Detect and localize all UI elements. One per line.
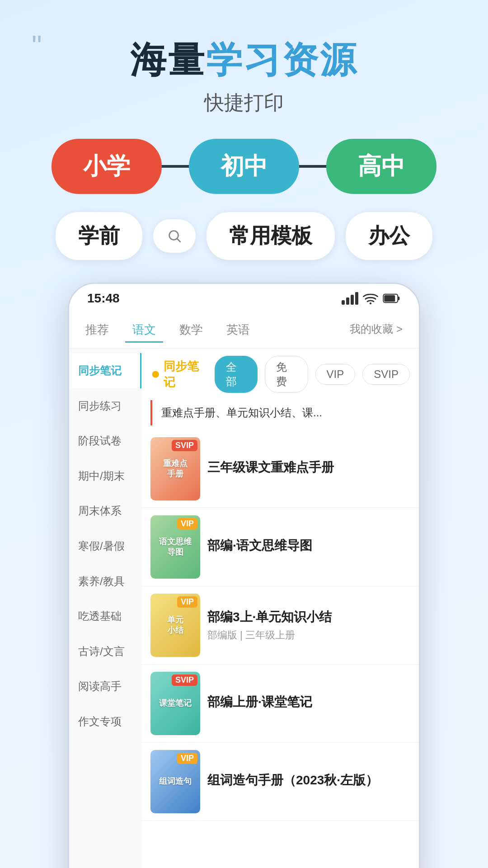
battery-icon <box>383 293 401 304</box>
resource-title-4: 部编上册·课堂笔记 <box>207 693 410 711</box>
resource-info-1: 三年级课文重难点手册 <box>207 459 410 479</box>
filter-pill-svip[interactable]: SVIP <box>362 364 410 385</box>
resource-title-3: 部编3上·单元知识小结 <box>207 609 410 626</box>
sidebar-item-poetry[interactable]: 古诗/文言 <box>69 634 141 669</box>
wifi-icon <box>363 292 378 305</box>
main-content-area: 同步笔记 全部 免费 VIP SVIP 重难点手册、单元知识小结、课... SV… <box>141 349 419 868</box>
status-icons <box>342 292 401 305</box>
resource-thumb-4: SVIP 课堂笔记 <box>150 672 200 735</box>
badge-svip-4: SVIP <box>172 675 197 686</box>
badge-vip-2: VIP <box>177 518 197 529</box>
resource-card-3[interactable]: VIP 单元小结 部编3上·单元知识小结 部编版 | 三年级上册 <box>141 586 419 665</box>
sidebar-item-stage-exam[interactable]: 阶段试卷 <box>69 423 141 458</box>
cat-search[interactable] <box>153 219 196 253</box>
resource-info-4: 部编上册·课堂笔记 <box>207 693 410 713</box>
resource-sub-3: 部编版 | 三年级上册 <box>207 628 410 642</box>
sidebar-item-holiday[interactable]: 寒假/暑假 <box>69 528 141 564</box>
resource-card-5[interactable]: VIP 组词造句 组词造句手册（2023秋·左版） <box>141 743 419 821</box>
filter-pill-all[interactable]: 全部 <box>215 356 258 393</box>
left-sidebar: 同步笔记 同步练习 阶段试卷 期中/期末 周末体系 寒假/暑假 素养/教具 吃透… <box>69 349 141 868</box>
filter-pill-vip[interactable]: VIP <box>315 364 356 385</box>
svg-line-1 <box>177 239 180 241</box>
tab-collect[interactable]: 我的收藏 > <box>343 318 410 343</box>
level-buttons: 小学 初中 高中 <box>27 139 461 194</box>
signal-icon <box>342 292 358 305</box>
level-btn-middle[interactable]: 初中 <box>189 139 299 194</box>
sidebar-item-weekend[interactable]: 周末体系 <box>69 493 141 528</box>
quote-icon: " <box>32 32 42 61</box>
svg-rect-4 <box>384 295 395 302</box>
title-part1: 海量 <box>130 40 206 80</box>
sidebar-item-essay[interactable]: 作文专项 <box>69 704 141 739</box>
badge-vip-3: VIP <box>177 596 197 608</box>
top-section: " 海量学习资源 快捷打印 小学 初中 高中 学前 常用模板 办公 <box>0 0 488 283</box>
tab-english[interactable]: 英语 <box>219 318 257 343</box>
phone-nav-tabs: 推荐 语文 数学 英语 我的收藏 > <box>69 313 419 349</box>
content-header: 重难点手册、单元知识小结、课... <box>150 400 410 425</box>
resource-title-5: 组词造句手册（2023秋·左版） <box>207 772 410 789</box>
resource-thumb-5: VIP 组词造句 <box>150 750 200 813</box>
svg-point-2 <box>370 302 371 304</box>
phone-frame: 15:48 推荐 语文 数 <box>68 283 420 868</box>
resource-title-2: 部编·语文思维导图 <box>207 537 410 554</box>
resource-thumb-1: SVIP 重难点手册 <box>150 437 200 500</box>
sidebar-item-quality[interactable]: 素养/教具 <box>69 564 141 599</box>
resource-thumb-3: VIP 单元小结 <box>150 594 200 657</box>
title-part2: 学习资源 <box>206 40 358 80</box>
phone-content: 同步笔记 同步练习 阶段试卷 期中/期末 周末体系 寒假/暑假 素养/教具 吃透… <box>69 349 419 868</box>
resource-card-4[interactable]: SVIP 课堂笔记 部编上册·课堂笔记 <box>141 665 419 743</box>
resource-info-5: 组词造句手册（2023秋·左版） <box>207 772 410 792</box>
search-icon <box>167 228 182 244</box>
badge-svip-1: SVIP <box>172 440 197 451</box>
cat-tab-preschool[interactable]: 学前 <box>56 212 142 260</box>
category-tabs: 学前 常用模板 办公 <box>27 212 461 260</box>
sidebar-item-sync-exercise[interactable]: 同步练习 <box>69 388 141 424</box>
sidebar-item-mid-final[interactable]: 期中/期末 <box>69 458 141 494</box>
sidebar-item-sync-notes[interactable]: 同步笔记 <box>69 353 141 388</box>
resource-card-1[interactable]: SVIP 重难点手册 三年级课文重难点手册 <box>141 430 419 508</box>
level-btn-primary[interactable]: 小学 <box>52 139 162 194</box>
tab-chinese[interactable]: 语文 <box>125 318 163 343</box>
cat-tab-templates[interactable]: 常用模板 <box>206 212 335 260</box>
sub-title: 快捷打印 <box>27 90 461 116</box>
tab-recommend[interactable]: 推荐 <box>78 318 116 343</box>
dot-icon <box>150 369 161 380</box>
tab-math[interactable]: 数学 <box>172 318 210 343</box>
sidebar-item-basics[interactable]: 吃透基础 <box>69 599 141 634</box>
resource-thumb-2: VIP 语文思维导图 <box>150 515 200 579</box>
resource-info-3: 部编3上·单元知识小结 部编版 | 三年级上册 <box>207 609 410 642</box>
filter-label: 同步笔记 <box>150 359 207 390</box>
sidebar-item-reading[interactable]: 阅读高手 <box>69 669 141 704</box>
cat-tab-office[interactable]: 办公 <box>346 212 432 260</box>
resource-card-2[interactable]: VIP 语文思维导图 部编·语文思维导图 <box>141 508 419 586</box>
resource-info-2: 部编·语文思维导图 <box>207 537 410 557</box>
svg-rect-5 <box>398 297 399 300</box>
resource-title-1: 三年级课文重难点手册 <box>207 459 410 476</box>
filter-pill-free[interactable]: 免费 <box>265 356 308 393</box>
filter-bar: 同步笔记 全部 免费 VIP SVIP <box>141 349 419 400</box>
time-display: 15:48 <box>87 291 120 306</box>
main-title: 海量学习资源 <box>27 36 461 85</box>
svg-point-6 <box>152 371 159 377</box>
badge-vip-5: VIP <box>177 753 197 764</box>
status-bar: 15:48 <box>69 284 419 313</box>
level-btn-high[interactable]: 高中 <box>326 139 436 194</box>
